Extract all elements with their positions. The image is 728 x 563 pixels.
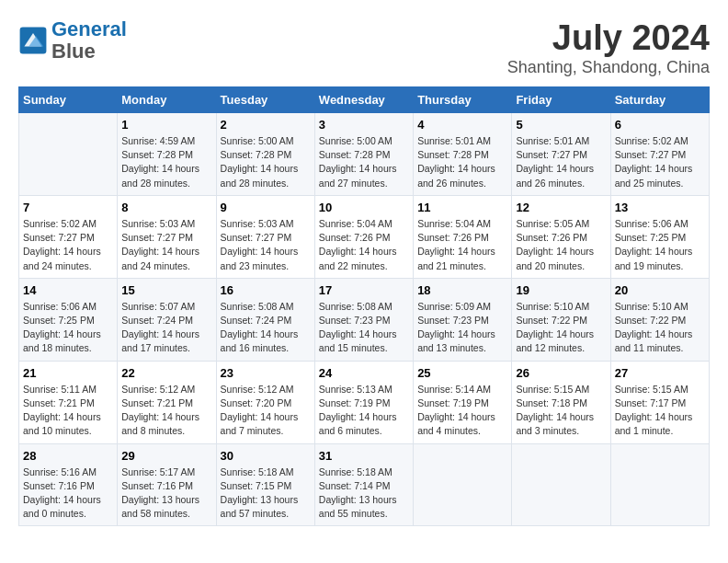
day-number: 23: [221, 366, 311, 380]
calendar-cell: 5Sunrise: 5:01 AM Sunset: 7:27 PM Daylig…: [512, 113, 610, 196]
calendar-cell: [414, 443, 512, 526]
day-number: 19: [516, 283, 606, 297]
day-number: 28: [23, 449, 113, 463]
calendar-table: SundayMondayTuesdayWednesdayThursdayFrid…: [18, 86, 710, 526]
day-info: Sunrise: 5:02 AM Sunset: 7:27 PM Dayligh…: [615, 134, 705, 190]
day-number: 15: [121, 283, 211, 297]
calendar-cell: 12Sunrise: 5:05 AM Sunset: 7:26 PM Dayli…: [512, 195, 610, 278]
day-info: Sunrise: 5:06 AM Sunset: 7:25 PM Dayligh…: [23, 300, 113, 356]
sub-title: Shanting, Shandong, China: [507, 58, 710, 77]
day-number: 5: [516, 118, 606, 132]
day-number: 24: [319, 366, 409, 380]
calendar-cell: [512, 443, 610, 526]
calendar-cell: 19Sunrise: 5:10 AM Sunset: 7:22 PM Dayli…: [512, 278, 610, 361]
week-row-5: 28Sunrise: 5:16 AM Sunset: 7:16 PM Dayli…: [19, 443, 710, 526]
day-number: 13: [615, 201, 705, 214]
calendar-cell: 26Sunrise: 5:15 AM Sunset: 7:18 PM Dayli…: [512, 361, 610, 443]
calendar-cell: 30Sunrise: 5:18 AM Sunset: 7:15 PM Dayli…: [216, 443, 314, 526]
header-row: SundayMondayTuesdayWednesdayThursdayFrid…: [19, 87, 710, 113]
page-header: GeneralBlue July 2024 Shanting, Shandong…: [18, 18, 710, 77]
day-info: Sunrise: 5:14 AM Sunset: 7:19 PM Dayligh…: [417, 383, 507, 439]
day-info: Sunrise: 5:04 AM Sunset: 7:26 PM Dayligh…: [319, 217, 409, 273]
day-info: Sunrise: 5:00 AM Sunset: 7:28 PM Dayligh…: [221, 134, 311, 190]
calendar-cell: 2Sunrise: 5:00 AM Sunset: 7:28 PM Daylig…: [216, 113, 314, 196]
day-number: 16: [221, 283, 311, 297]
calendar-cell: 4Sunrise: 5:01 AM Sunset: 7:28 PM Daylig…: [414, 113, 512, 196]
day-number: 22: [121, 366, 211, 380]
calendar-cell: 6Sunrise: 5:02 AM Sunset: 7:27 PM Daylig…: [610, 113, 709, 196]
header-day-monday: Monday: [118, 87, 216, 113]
header-day-tuesday: Tuesday: [216, 87, 314, 113]
calendar-cell: 13Sunrise: 5:06 AM Sunset: 7:25 PM Dayli…: [610, 195, 709, 278]
day-number: 30: [221, 449, 311, 463]
header-day-thursday: Thursday: [414, 87, 512, 113]
calendar-cell: 10Sunrise: 5:04 AM Sunset: 7:26 PM Dayli…: [314, 195, 413, 278]
day-info: Sunrise: 5:08 AM Sunset: 7:23 PM Dayligh…: [319, 300, 409, 356]
calendar-cell: 25Sunrise: 5:14 AM Sunset: 7:19 PM Dayli…: [414, 361, 512, 443]
day-info: Sunrise: 5:15 AM Sunset: 7:17 PM Dayligh…: [615, 383, 705, 439]
day-number: 7: [23, 201, 113, 214]
calendar-cell: 7Sunrise: 5:02 AM Sunset: 7:27 PM Daylig…: [19, 195, 118, 278]
day-number: 9: [221, 201, 311, 214]
calendar-cell: 21Sunrise: 5:11 AM Sunset: 7:21 PM Dayli…: [19, 361, 118, 443]
week-row-2: 7Sunrise: 5:02 AM Sunset: 7:27 PM Daylig…: [19, 195, 710, 278]
day-number: 25: [417, 366, 507, 380]
calendar-cell: 29Sunrise: 5:17 AM Sunset: 7:16 PM Dayli…: [118, 443, 216, 526]
calendar-cell: 16Sunrise: 5:08 AM Sunset: 7:24 PM Dayli…: [216, 278, 314, 361]
day-number: 1: [121, 118, 211, 132]
header-day-friday: Friday: [512, 87, 610, 113]
calendar-cell: 17Sunrise: 5:08 AM Sunset: 7:23 PM Dayli…: [314, 278, 413, 361]
header-day-saturday: Saturday: [610, 87, 709, 113]
main-title: July 2024: [507, 18, 710, 58]
header-day-sunday: Sunday: [19, 87, 118, 113]
day-info: Sunrise: 5:01 AM Sunset: 7:27 PM Dayligh…: [516, 134, 606, 190]
calendar-cell: 27Sunrise: 5:15 AM Sunset: 7:17 PM Dayli…: [610, 361, 709, 443]
day-number: 14: [23, 283, 113, 297]
day-number: 26: [516, 366, 606, 380]
day-info: Sunrise: 5:12 AM Sunset: 7:20 PM Dayligh…: [221, 383, 311, 439]
title-block: July 2024 Shanting, Shandong, China: [507, 18, 710, 77]
day-info: Sunrise: 5:09 AM Sunset: 7:23 PM Dayligh…: [417, 300, 507, 356]
calendar-cell: 24Sunrise: 5:13 AM Sunset: 7:19 PM Dayli…: [314, 361, 413, 443]
calendar-cell: 22Sunrise: 5:12 AM Sunset: 7:21 PM Dayli…: [118, 361, 216, 443]
day-number: 31: [319, 449, 409, 463]
day-number: 29: [121, 449, 211, 463]
calendar-cell: 14Sunrise: 5:06 AM Sunset: 7:25 PM Dayli…: [19, 278, 118, 361]
logo-icon: [18, 26, 48, 55]
day-number: 18: [417, 283, 507, 297]
day-number: 17: [319, 283, 409, 297]
day-info: Sunrise: 5:08 AM Sunset: 7:24 PM Dayligh…: [221, 300, 311, 356]
day-number: 21: [23, 366, 113, 380]
week-row-1: 1Sunrise: 4:59 AM Sunset: 7:28 PM Daylig…: [19, 113, 710, 196]
day-number: 27: [615, 366, 705, 380]
day-info: Sunrise: 5:01 AM Sunset: 7:28 PM Dayligh…: [417, 134, 507, 190]
day-number: 20: [615, 283, 705, 297]
day-info: Sunrise: 5:05 AM Sunset: 7:26 PM Dayligh…: [516, 217, 606, 273]
calendar-cell: [19, 113, 118, 196]
calendar-cell: 15Sunrise: 5:07 AM Sunset: 7:24 PM Dayli…: [118, 278, 216, 361]
day-number: 11: [417, 201, 507, 214]
calendar-cell: [610, 443, 709, 526]
header-day-wednesday: Wednesday: [314, 87, 413, 113]
day-number: 3: [319, 118, 409, 132]
day-info: Sunrise: 5:12 AM Sunset: 7:21 PM Dayligh…: [121, 383, 211, 439]
day-info: Sunrise: 5:06 AM Sunset: 7:25 PM Dayligh…: [615, 217, 705, 273]
logo-text: GeneralBlue: [51, 18, 127, 63]
calendar-cell: 20Sunrise: 5:10 AM Sunset: 7:22 PM Dayli…: [610, 278, 709, 361]
calendar-cell: 1Sunrise: 4:59 AM Sunset: 7:28 PM Daylig…: [118, 113, 216, 196]
day-number: 8: [121, 201, 211, 214]
day-info: Sunrise: 5:02 AM Sunset: 7:27 PM Dayligh…: [23, 217, 113, 273]
calendar-cell: 28Sunrise: 5:16 AM Sunset: 7:16 PM Dayli…: [19, 443, 118, 526]
day-info: Sunrise: 5:15 AM Sunset: 7:18 PM Dayligh…: [516, 383, 606, 439]
calendar-cell: 31Sunrise: 5:18 AM Sunset: 7:14 PM Dayli…: [314, 443, 413, 526]
day-info: Sunrise: 5:03 AM Sunset: 7:27 PM Dayligh…: [121, 217, 211, 273]
calendar-cell: 8Sunrise: 5:03 AM Sunset: 7:27 PM Daylig…: [118, 195, 216, 278]
day-info: Sunrise: 5:00 AM Sunset: 7:28 PM Dayligh…: [319, 134, 409, 190]
week-row-4: 21Sunrise: 5:11 AM Sunset: 7:21 PM Dayli…: [19, 361, 710, 443]
logo: GeneralBlue: [18, 18, 127, 63]
day-info: Sunrise: 5:07 AM Sunset: 7:24 PM Dayligh…: [121, 300, 211, 356]
day-number: 12: [516, 201, 606, 214]
day-info: Sunrise: 5:16 AM Sunset: 7:16 PM Dayligh…: [23, 465, 113, 522]
day-number: 10: [319, 201, 409, 214]
calendar-cell: 9Sunrise: 5:03 AM Sunset: 7:27 PM Daylig…: [216, 195, 314, 278]
